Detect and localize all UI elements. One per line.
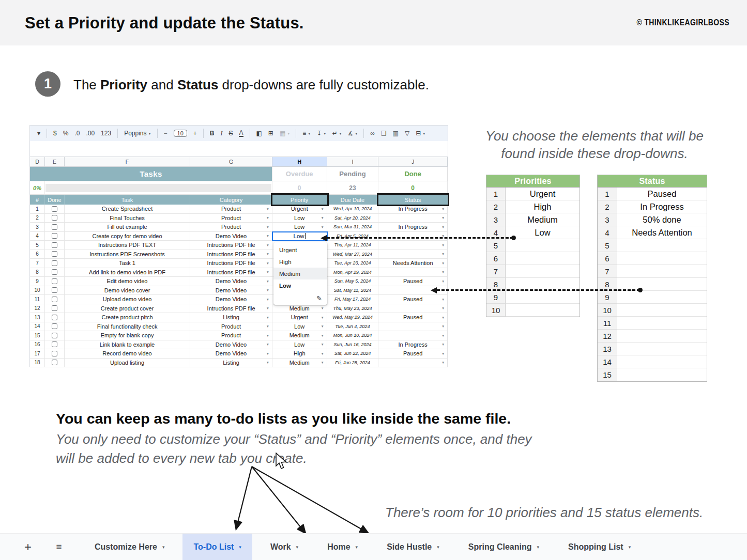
priority-cell[interactable]: Low▾ [272,322,327,332]
status-value[interactable]: 50% done [617,213,707,226]
priority-cell-editing[interactable]: Low [272,232,327,241]
task-cell[interactable]: Fill out example [65,223,190,232]
tab-customize-here[interactable]: Customize Here▾ [84,534,175,560]
task-cell[interactable]: Create product pitch [65,313,190,322]
format-currency-icon[interactable]: $ [53,130,57,137]
due-date-cell[interactable]: Fri, May 17, 2024 [327,295,379,304]
decrease-font-size-icon[interactable]: − [164,130,167,137]
done-cell[interactable] [45,259,65,268]
dropdown-option-high[interactable]: High [273,256,327,268]
category-cell[interactable]: Listing▾ [190,359,272,368]
due-date-cell[interactable]: Thu, May 23, 2024 [327,304,379,314]
done-cell[interactable] [45,340,65,350]
tab-spring-cleaning[interactable]: Spring Cleaning▾ [458,534,550,560]
column-header-I[interactable]: I [327,157,379,166]
task-cell[interactable]: Create Spreadsheet [65,205,190,214]
task-cell[interactable]: Final Touches [65,214,190,223]
priority-value[interactable]: Low [506,226,580,239]
status-value[interactable] [617,343,707,355]
tab-shopping-list[interactable]: Shopping List▾ [557,534,642,560]
strikethrough-icon[interactable]: S [228,130,233,137]
status-cell[interactable]: In Progress▾ [378,340,448,350]
category-cell[interactable]: Demo Video▾ [190,277,272,286]
task-cell[interactable]: Edit demo video [65,277,190,286]
status-value[interactable] [617,317,707,330]
status-cell[interactable]: ▾ [378,359,448,368]
status-cell[interactable]: ▾ [378,214,448,223]
status-value[interactable] [617,355,707,368]
done-checkbox[interactable] [52,251,57,257]
status-value[interactable]: Needs Attention [617,226,707,239]
priority-value[interactable]: Urgent [506,188,580,200]
priority-cell[interactable]: Medium▾ [272,359,327,368]
tab-work[interactable]: Work▾ [260,534,309,560]
status-cell[interactable]: ▾ [378,322,448,332]
task-cell[interactable]: Link blank to example [65,340,190,350]
toolbar-overflow-icon[interactable]: ▾ [37,130,40,137]
text-color-icon[interactable]: A [239,130,243,137]
priority-value[interactable] [506,265,580,278]
done-checkbox[interactable] [52,287,57,293]
due-date-cell[interactable]: Tue, Jun 4, 2024 [327,322,379,332]
task-cell[interactable]: Final functionality check [65,322,190,332]
status-value[interactable] [617,252,707,265]
status-value[interactable]: In Progress [617,200,707,213]
done-cell[interactable] [45,304,65,314]
status-cell[interactable]: Needs Attention▾ [378,259,448,268]
done-checkbox[interactable] [52,215,57,221]
column-header-J[interactable]: J [378,157,448,166]
category-cell[interactable]: Product▾ [190,322,272,332]
due-date-cell[interactable]: Sat, Jun 22, 2024 [327,349,379,359]
bold-icon[interactable]: B [210,130,215,137]
done-checkbox[interactable] [52,351,57,356]
done-checkbox[interactable] [52,269,57,275]
task-cell[interactable]: Add link to demo video in PDF [65,268,190,277]
task-cell[interactable]: Record demo video [65,349,190,359]
due-date-cell[interactable]: Fri, Jun 28, 2024 [327,359,379,368]
status-value[interactable] [617,239,707,252]
done-checkbox[interactable] [52,242,57,248]
category-cell[interactable]: Demo Video▾ [190,295,272,304]
category-cell[interactable]: Demo Video▾ [190,286,272,295]
task-cell[interactable]: Empty for blank copy [65,331,190,340]
category-cell[interactable]: Product▾ [190,331,272,340]
status-cell[interactable]: Paused▾ [378,349,448,359]
priority-value[interactable]: Medium [506,213,580,226]
font-size-input[interactable]: 10 [174,130,187,137]
category-cell[interactable]: Intructions PDF file▾ [190,241,272,250]
status-cell[interactable]: ▾ [378,241,448,250]
priority-value[interactable] [506,239,580,252]
vertical-align-icon[interactable]: ↧▾ [316,130,326,137]
done-cell[interactable] [45,322,65,332]
category-cell[interactable]: Product▾ [190,205,272,214]
table-views-icon[interactable]: ⊟▾ [416,130,425,137]
add-sheet-button[interactable]: + [22,540,34,554]
priority-cell[interactable]: Urgent▾ [272,313,327,322]
done-cell[interactable] [45,205,65,214]
done-cell[interactable] [45,349,65,359]
merge-cells-icon[interactable]: ▦▾ [280,130,289,137]
done-checkbox[interactable] [52,305,57,311]
due-date-cell[interactable]: Thu, Apr 11, 2024 [327,241,379,250]
task-cell[interactable]: Create copy for demo video [65,232,190,241]
category-cell[interactable]: Intructions PDF file▾ [190,250,272,259]
create-filter-icon[interactable]: ▽ [405,130,409,137]
status-cell[interactable]: ▾ [378,250,448,259]
category-cell[interactable]: Listing▾ [190,313,272,322]
dropdown-option-urgent[interactable]: Urgent [273,244,327,256]
category-cell[interactable]: Demo Video▾ [190,232,272,241]
done-checkbox[interactable] [52,323,57,329]
category-cell[interactable]: Intructions PDF file▾ [190,268,272,277]
done-checkbox[interactable] [52,341,57,347]
status-cell[interactable]: In Progress▾ [378,205,448,214]
priority-cell[interactable]: Low▾ [272,223,327,232]
priority-cell[interactable]: Medium▾ [272,331,327,340]
done-cell[interactable] [45,241,65,250]
priority-cell[interactable]: Medium▾ [272,304,327,314]
italic-icon[interactable]: I [220,130,222,137]
status-cell[interactable]: ▾ [378,304,448,314]
done-checkbox[interactable] [52,233,57,239]
status-value[interactable] [617,330,707,343]
due-date-cell[interactable]: Sat, May 11, 2024 [327,286,379,295]
done-cell[interactable] [45,286,65,295]
